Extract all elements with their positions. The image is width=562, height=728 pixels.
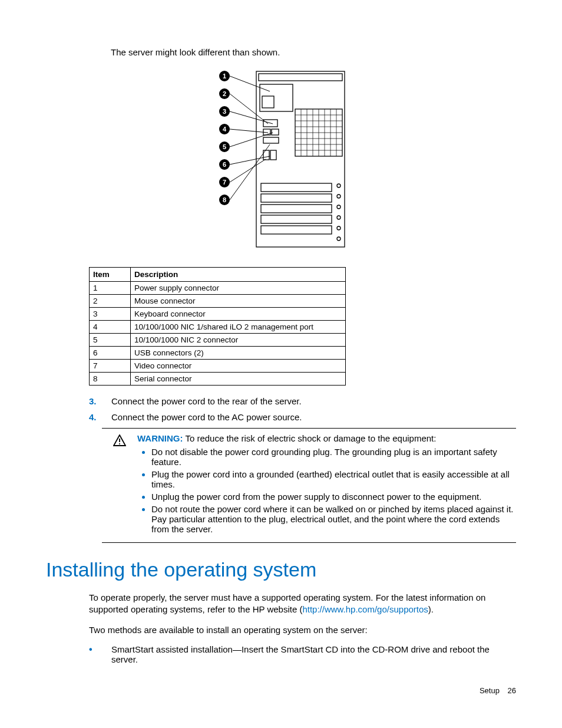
cell-item: 4 xyxy=(90,321,131,334)
paragraph-1: To operate properly, the server must hav… xyxy=(89,592,516,616)
cell-item: 3 xyxy=(90,308,131,321)
warning-item: Do not route the power cord where it can… xyxy=(151,504,514,534)
svg-rect-26 xyxy=(260,84,293,111)
warning-icon xyxy=(113,434,126,446)
cell-desc: USB connectors (2) xyxy=(131,347,346,360)
table-row: 410/100/1000 NIC 1/shared iLO 2 manageme… xyxy=(90,321,346,334)
cell-item: 7 xyxy=(90,360,131,373)
server-rear-diagram: 1 2 3 4 5 6 7 8 xyxy=(214,68,348,253)
cell-item: 2 xyxy=(90,295,131,308)
warning-list: Do not disable the power cord grounding … xyxy=(137,447,514,534)
step-3: 3. Connect the power cord to the rear of… xyxy=(89,396,516,406)
server-chassis xyxy=(256,71,345,247)
svg-point-57 xyxy=(337,216,340,219)
table-row: 3Keyboard connector xyxy=(90,308,346,321)
svg-text:3: 3 xyxy=(223,108,226,115)
svg-point-54 xyxy=(337,184,340,187)
diagram-container: 1 2 3 4 5 6 7 8 xyxy=(46,68,516,253)
svg-point-58 xyxy=(337,226,340,230)
svg-line-20 xyxy=(230,159,266,182)
numbered-steps: 3. Connect the power cord to the rear of… xyxy=(89,396,516,422)
install-methods-list: • SmartStart assisted installation—Inser… xyxy=(89,644,516,664)
table-row: 510/100/1000 NIC 2 connector xyxy=(90,334,346,347)
document-page: The server might look different than sho… xyxy=(0,0,562,728)
footer-page-number: 26 xyxy=(508,686,516,695)
cell-item: 8 xyxy=(90,373,131,386)
svg-rect-49 xyxy=(261,183,332,192)
table-row: 1Power supply connector xyxy=(90,282,346,295)
section-heading: Installing the operating system xyxy=(46,558,516,581)
method-text: SmartStart assisted installation—Insert … xyxy=(111,644,516,664)
para1-text-b: ). xyxy=(428,604,434,614)
step-number: 3. xyxy=(89,396,111,406)
callout-8: 8 xyxy=(219,144,270,205)
footer-section: Setup xyxy=(480,686,500,695)
svg-rect-52 xyxy=(261,215,332,223)
method-item: • SmartStart assisted installation—Inser… xyxy=(89,644,516,664)
paragraph-2: Two methods are available to install an … xyxy=(89,624,516,636)
warning-item: Plug the power cord into a grounded (ear… xyxy=(151,469,514,489)
callout-6: 6 xyxy=(219,156,270,170)
intro-text: The server might look different than sho… xyxy=(111,47,516,57)
svg-point-59 xyxy=(337,237,340,241)
cell-desc: 10/100/1000 NIC 1/shared iLO 2 managemen… xyxy=(131,321,346,334)
warning-icon-column xyxy=(102,433,137,536)
support-os-link[interactable]: http://www.hp.com/go/supportos xyxy=(302,604,428,614)
header-desc: Description xyxy=(131,268,346,282)
cell-desc: Video connector xyxy=(131,360,346,373)
cell-desc: Serial connector xyxy=(131,373,346,386)
callout-5: 5 xyxy=(219,133,273,152)
svg-text:5: 5 xyxy=(223,143,226,150)
table-row: 2Mouse connector xyxy=(90,295,346,308)
step-text: Connect the power cord to the AC power s… xyxy=(111,412,302,422)
bullet-dot: • xyxy=(89,644,111,655)
svg-text:8: 8 xyxy=(223,196,226,203)
svg-point-55 xyxy=(337,195,340,198)
cell-item: 6 xyxy=(90,347,131,360)
svg-rect-25 xyxy=(259,74,342,81)
table-header-row: Item Description xyxy=(90,268,346,282)
svg-rect-46 xyxy=(263,137,279,143)
cell-desc: Keyboard connector xyxy=(131,308,346,321)
warning-lead: To reduce the risk of electric shock or … xyxy=(183,433,437,443)
svg-rect-50 xyxy=(261,194,332,202)
svg-line-8 xyxy=(230,111,273,124)
step-4: 4. Connect the power cord to the AC powe… xyxy=(89,412,516,422)
connector-table: Item Description 1Power supply connector… xyxy=(89,267,516,386)
svg-text:4: 4 xyxy=(223,126,227,133)
page-footer: Setup 26 xyxy=(480,686,516,695)
step-text: Connect the power cord to the rear of th… xyxy=(111,396,302,406)
warning-block: WARNING: To reduce the risk of electric … xyxy=(102,428,516,543)
svg-rect-48 xyxy=(270,150,276,160)
svg-point-62 xyxy=(119,443,120,444)
header-item: Item xyxy=(90,268,131,282)
cell-item: 5 xyxy=(90,334,131,347)
svg-rect-53 xyxy=(261,226,332,234)
step-number: 4. xyxy=(89,412,111,422)
svg-point-56 xyxy=(337,205,340,209)
cell-desc: Power supply connector xyxy=(131,282,346,295)
svg-line-2 xyxy=(230,76,270,91)
table-row: 8Serial connector xyxy=(90,373,346,386)
warning-item: Unplug the power cord from the power sup… xyxy=(151,492,514,502)
svg-rect-45 xyxy=(272,129,279,135)
svg-line-11 xyxy=(230,129,268,133)
cell-item: 1 xyxy=(90,282,131,295)
warning-item: Do not disable the power cord grounding … xyxy=(151,447,514,467)
svg-text:2: 2 xyxy=(223,90,226,97)
warning-body: WARNING: To reduce the risk of electric … xyxy=(137,433,516,536)
svg-text:7: 7 xyxy=(223,179,226,186)
cell-desc: Mouse connector xyxy=(131,295,346,308)
cell-desc: 10/100/1000 NIC 2 connector xyxy=(131,334,346,347)
warning-label: WARNING: xyxy=(137,433,183,443)
table-row: 7Video connector xyxy=(90,360,346,373)
callout-4: 4 xyxy=(219,124,268,134)
svg-text:6: 6 xyxy=(223,161,226,168)
table-row: 6USB connectors (2) xyxy=(90,347,346,360)
svg-text:1: 1 xyxy=(223,73,226,80)
svg-rect-27 xyxy=(262,96,274,108)
callout-2: 2 xyxy=(219,88,268,124)
svg-rect-51 xyxy=(261,205,332,213)
